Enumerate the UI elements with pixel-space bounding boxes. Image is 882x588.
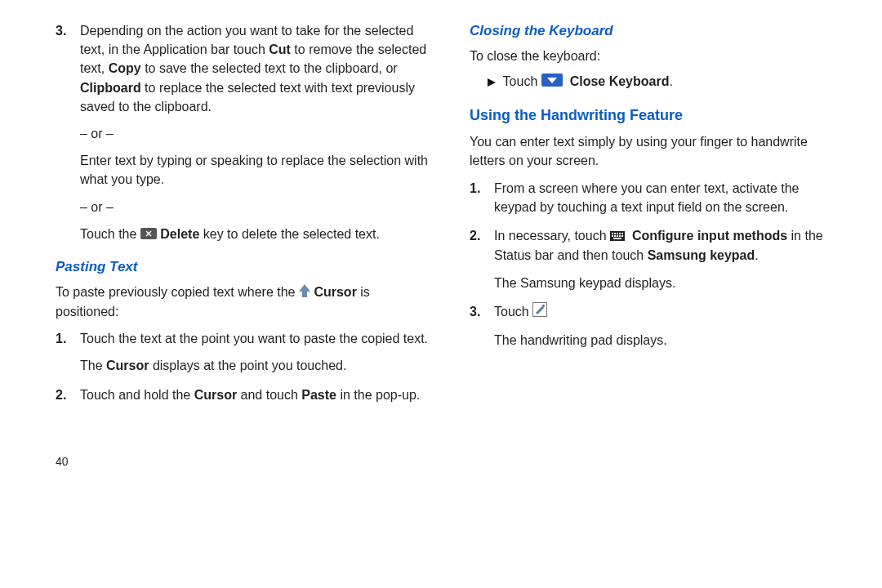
close-keyboard-label: Close Keyboard xyxy=(570,74,670,88)
hand-step-2-body: In necessary, touch Configure input meth… xyxy=(494,226,843,292)
svg-rect-11 xyxy=(619,233,621,234)
clipboard-label: Clipboard xyxy=(80,81,141,95)
svg-rect-13 xyxy=(612,235,613,237)
hand-step-2: 2. In necessary, touch Configure input m… xyxy=(470,226,843,292)
paste-step-2: 2. Touch and hold the Cursor and touch P… xyxy=(56,385,429,404)
paste-step-1: 1. Touch the text at the point you want … xyxy=(56,329,429,375)
step-3-body: Depending on the action you want to take… xyxy=(80,21,429,244)
text: displays at the point you touched. xyxy=(149,359,346,372)
text: key to delete the selected text. xyxy=(203,227,380,241)
svg-rect-9 xyxy=(614,233,616,234)
or-separator: – or – xyxy=(80,198,429,216)
list-number: 1. xyxy=(56,329,80,375)
right-column: Closing the Keyboard To close the keyboa… xyxy=(470,21,843,470)
or-separator: – or – xyxy=(80,124,429,143)
delete-key-icon xyxy=(140,225,157,244)
text: Enter text by typing or speaking to repl… xyxy=(80,151,429,189)
closing-intro: To close the keyboard: xyxy=(470,47,843,65)
text: Touch xyxy=(503,74,541,88)
svg-rect-17 xyxy=(621,235,623,237)
svg-rect-10 xyxy=(617,233,618,234)
text: The Samsung keypad displays. xyxy=(494,274,843,292)
text-line: Touch the Delete key to delete the selec… xyxy=(80,225,429,244)
delete-label: Delete xyxy=(160,227,199,241)
text: From a screen where you can enter text, … xyxy=(494,179,843,216)
hand-step-3-body: Touch The handwriting pad displays. xyxy=(494,302,843,350)
text: to save the selected text to the clipboa… xyxy=(141,61,398,75)
list-number: 3. xyxy=(56,21,80,244)
svg-marker-3 xyxy=(299,284,310,297)
svg-rect-16 xyxy=(619,235,621,237)
text: The handwriting pad displays. xyxy=(494,331,843,350)
svg-rect-8 xyxy=(612,233,613,234)
step-3: 3. Depending on the action you want to t… xyxy=(56,21,429,244)
text: Touch xyxy=(494,305,532,318)
closing-instruction: Touch Close Keyboard. xyxy=(488,72,843,91)
text: . xyxy=(669,74,672,88)
paste-step-1-body: Touch the text at the point you want to … xyxy=(80,329,429,375)
svg-marker-4 xyxy=(488,78,496,87)
text: and touch xyxy=(237,388,301,402)
manual-page: 3. Depending on the action you want to t… xyxy=(0,0,882,491)
svg-rect-18 xyxy=(613,238,621,239)
hand-step-1: 1. From a screen where you can enter tex… xyxy=(470,179,843,216)
svg-rect-14 xyxy=(614,235,616,237)
text: To paste previously copied text where th… xyxy=(56,285,299,299)
copy-label: Copy xyxy=(109,61,141,75)
closing-keyboard-heading: Closing the Keyboard xyxy=(470,21,843,42)
cut-label: Cut xyxy=(269,42,291,56)
list-number: 3. xyxy=(470,302,494,350)
text-line: The Cursor displays at the point you tou… xyxy=(80,356,429,375)
svg-rect-12 xyxy=(621,233,623,234)
text: . xyxy=(755,248,758,262)
text: In necessary, touch xyxy=(494,229,610,243)
samsung-keypad-label: Samsung keypad xyxy=(648,248,755,262)
pasting-intro: To paste previously copied text where th… xyxy=(56,283,429,322)
handwriting-heading: Using the Handwriting Feature xyxy=(470,105,843,126)
text: Touch and hold the xyxy=(80,388,194,402)
configure-input-label: Configure input methods xyxy=(632,229,787,243)
page-number: 40 xyxy=(56,453,429,470)
cursor-icon xyxy=(299,283,310,302)
text: Touch the text at the point you want to … xyxy=(80,332,428,345)
cursor-label: Cursor xyxy=(194,388,237,402)
cursor-label: Cursor xyxy=(314,285,356,299)
paste-step-2-body: Touch and hold the Cursor and touch Past… xyxy=(80,385,429,404)
svg-rect-15 xyxy=(617,235,618,237)
cursor-label: Cursor xyxy=(106,359,149,372)
list-number: 2. xyxy=(470,226,494,292)
pasting-text-heading: Pasting Text xyxy=(56,257,429,278)
list-number: 1. xyxy=(470,179,494,216)
hand-step-3: 3. Touch The handwriting pad displays. xyxy=(470,302,843,350)
keyboard-grid-icon xyxy=(610,227,625,246)
handwriting-icon xyxy=(532,302,547,322)
left-column: 3. Depending on the action you want to t… xyxy=(56,21,429,470)
handwriting-intro: You can enter text simply by using your … xyxy=(470,132,843,170)
bullet-arrow-icon xyxy=(488,73,496,91)
list-number: 2. xyxy=(56,385,80,404)
text: in the pop-up. xyxy=(336,388,420,402)
text: Touch the xyxy=(80,227,140,241)
close-keyboard-icon xyxy=(541,73,563,91)
text: The xyxy=(80,359,106,372)
paste-label: Paste xyxy=(301,388,336,402)
